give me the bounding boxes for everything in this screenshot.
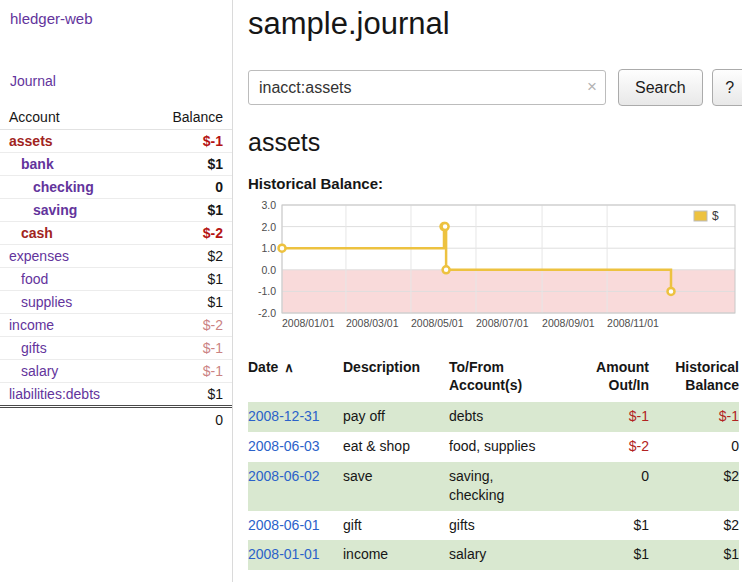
account-link-salary[interactable]: salary: [21, 363, 58, 379]
svg-text:2008/01/01: 2008/01/01: [282, 317, 335, 329]
register-accounts: saving, checking: [449, 462, 589, 511]
account-link-gifts[interactable]: gifts: [21, 340, 47, 356]
svg-text:2008/11/01: 2008/11/01: [607, 317, 659, 329]
register-body: 2008-12-31pay offdebts$-1$-12008-06-03ea…: [248, 402, 739, 570]
account-row: saving$1: [0, 199, 232, 222]
account-name-cell: liabilities:debts: [0, 383, 142, 407]
account-row: gifts$-1: [0, 337, 232, 360]
hledger-web-app: hledger-web Journal Account Balance asse…: [0, 0, 742, 582]
account-balance: $1: [142, 199, 232, 222]
account-balance: $-1: [142, 360, 232, 383]
register-date-link[interactable]: 2008-06-03: [248, 438, 320, 454]
register-description: income: [343, 540, 449, 570]
sidebar-item-journal[interactable]: Journal: [10, 73, 56, 89]
legend-label: $: [712, 209, 719, 223]
register-balance: $2: [649, 462, 739, 511]
register-accounts: gifts: [449, 511, 589, 541]
register-amount: $-1: [589, 402, 649, 432]
register-accounts: debts: [449, 402, 589, 432]
register-table: Date∧ Description To/From Account(s) Amo…: [248, 356, 739, 570]
svg-text:3.0: 3.0: [261, 199, 276, 211]
header-date-label: Date: [248, 359, 278, 375]
search-button[interactable]: Search: [618, 69, 703, 106]
register-date-link[interactable]: 2008-06-01: [248, 517, 320, 533]
chart-svg: 3.02.01.00.0-1.0-2.02008/01/012008/03/01…: [248, 197, 739, 337]
register-row: 2008-01-01incomesalary$1$1: [248, 540, 739, 570]
header-date[interactable]: Date∧: [248, 356, 343, 402]
account-name-cell: supplies: [0, 291, 142, 314]
header-accounts: To/From Account(s): [449, 356, 589, 402]
account-name-cell: food: [0, 268, 142, 291]
account-tree: Account Balance assets$-1bank$1checking0…: [0, 105, 232, 432]
account-link-checking[interactable]: checking: [33, 179, 94, 195]
register-row: 2008-06-03eat & shopfood, supplies$-20: [248, 432, 739, 462]
register-row: 2008-06-02savesaving, checking0$2: [248, 462, 739, 511]
account-column-header: Account: [0, 105, 142, 130]
account-name-cell: assets: [0, 130, 142, 153]
header-amount: Amount Out/In: [589, 356, 649, 402]
help-button[interactable]: ?: [712, 69, 742, 106]
register-balance: $-1: [649, 402, 739, 432]
total-row-spacer: [0, 407, 142, 433]
account-name-cell: bank: [0, 153, 142, 176]
account-name-cell: saving: [0, 199, 142, 222]
sidebar-nav: Journal: [0, 73, 232, 89]
account-row: bank$1: [0, 153, 232, 176]
register-date-cell: 2008-01-01: [248, 540, 343, 570]
register-description: gift: [343, 511, 449, 541]
account-link-income[interactable]: income: [9, 317, 54, 333]
register-amount: $-2: [589, 432, 649, 462]
account-link-bank[interactable]: bank: [21, 156, 54, 172]
balance-column-header: Balance: [142, 105, 232, 130]
legend-swatch: [694, 211, 707, 221]
svg-text:2008/07/01: 2008/07/01: [476, 317, 529, 329]
register-date-cell: 2008-12-31: [248, 402, 343, 432]
register-description: save: [343, 462, 449, 511]
register-amount: $1: [589, 511, 649, 541]
register-accounts: salary: [449, 540, 589, 570]
account-name-cell: gifts: [0, 337, 142, 360]
main-content: sample.journal × Search ? assets Histori…: [233, 0, 742, 582]
app-title-link[interactable]: hledger-web: [10, 10, 93, 27]
register-accounts: food, supplies: [449, 432, 589, 462]
account-tree-header-row: Account Balance: [0, 105, 232, 130]
account-row: liabilities:debts$1: [0, 383, 232, 407]
account-link-supplies[interactable]: supplies: [21, 294, 72, 310]
register-date-link[interactable]: 2008-01-01: [248, 546, 320, 562]
account-balance: 0: [142, 176, 232, 199]
sort-ascending-icon[interactable]: ∧: [284, 360, 294, 375]
search-bar: × Search ?: [248, 69, 742, 106]
account-balance: $1: [142, 383, 232, 407]
account-name-cell: expenses: [0, 245, 142, 268]
svg-text:-1.0: -1.0: [258, 285, 276, 297]
account-row: expenses$2: [0, 245, 232, 268]
account-balance: $1: [142, 268, 232, 291]
svg-text:-2.0: -2.0: [258, 307, 276, 319]
register-header-row: Date∧ Description To/From Account(s) Amo…: [248, 356, 739, 402]
clear-search-icon[interactable]: ×: [587, 77, 597, 97]
account-balance: $1: [142, 153, 232, 176]
svg-text:2.0: 2.0: [261, 221, 276, 233]
account-balance: $-1: [142, 130, 232, 153]
account-balance: $-2: [142, 314, 232, 337]
account-link-liabilities-debts[interactable]: liabilities:debts: [9, 386, 100, 402]
account-balance: $1: [142, 291, 232, 314]
register-date-link[interactable]: 2008-06-02: [248, 468, 320, 484]
account-link-saving[interactable]: saving: [33, 202, 77, 218]
register-date-link[interactable]: 2008-12-31: [248, 408, 320, 424]
account-link-assets[interactable]: assets: [9, 133, 53, 149]
register-date-cell: 2008-06-01: [248, 511, 343, 541]
account-row: supplies$1: [0, 291, 232, 314]
account-link-cash[interactable]: cash: [21, 225, 53, 241]
account-row: checking0: [0, 176, 232, 199]
account-name-cell: checking: [0, 176, 142, 199]
account-name-cell: income: [0, 314, 142, 337]
account-link-food[interactable]: food: [21, 271, 48, 287]
search-input[interactable]: [248, 70, 606, 105]
chart-title: Historical Balance:: [248, 175, 742, 192]
data-point-marker: [443, 266, 450, 273]
account-name-cell: cash: [0, 222, 142, 245]
account-row: income$-2: [0, 314, 232, 337]
svg-text:2008/03/01: 2008/03/01: [346, 317, 399, 329]
account-link-expenses[interactable]: expenses: [9, 248, 69, 264]
